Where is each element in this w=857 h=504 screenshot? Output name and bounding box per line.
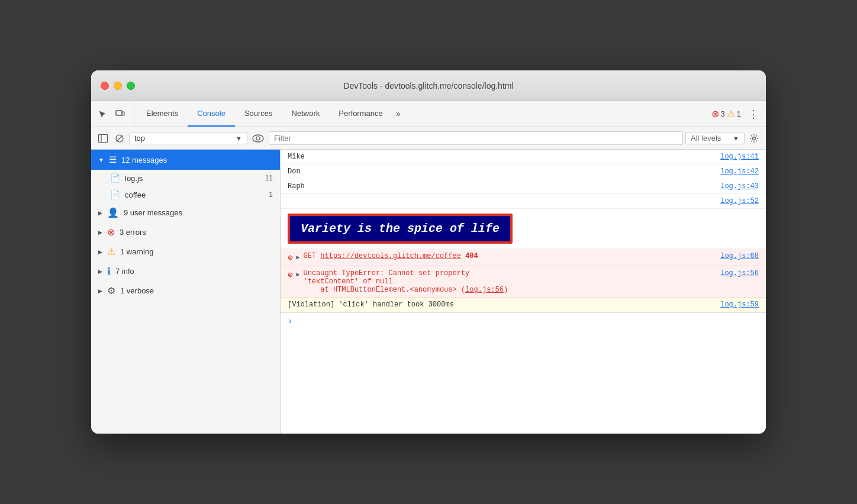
log-link-41[interactable]: log.js:41 (711, 153, 759, 161)
errors-icon: ⊗ (107, 227, 115, 238)
sidebar-group-warnings[interactable]: ▶ ⚠ 1 warning (91, 242, 280, 261)
tab-network[interactable]: Network (282, 101, 330, 127)
file-icon-logjs: 📄 (110, 173, 120, 183)
console-error-row-typeerror: ⊗ ▶ Uncaught TypeError: Cannot set prope… (281, 266, 766, 298)
maximize-button[interactable] (127, 82, 135, 90)
user-icon: 👤 (107, 207, 119, 218)
error-badge: ⊗ 3 ⚠ 1 (711, 108, 741, 119)
log-link-43[interactable]: log.js:43 (711, 182, 759, 190)
svg-point-8 (753, 137, 756, 140)
log-link-59[interactable]: log.js:59 (711, 301, 759, 309)
filter-input[interactable] (269, 131, 683, 145)
sidebar-item-coffee[interactable]: 📄 coffee 1 (91, 186, 280, 203)
list-icon: ☰ (109, 154, 117, 165)
main-content: ▼ ☰ 12 messages 📄 log.js 11 📄 coffee 1 ▶… (91, 150, 766, 434)
levels-dropdown-arrow: ▼ (733, 135, 739, 142)
tab-sources[interactable]: Sources (235, 101, 282, 127)
tab-elements[interactable]: Elements (137, 101, 188, 127)
styled-console-message: Variety is the spice of life (288, 214, 513, 244)
error-circle-icon-2: ⊗ (288, 270, 292, 280)
tab-console[interactable]: Console (188, 101, 235, 127)
window-title: DevTools - devtools.glitch.me/console/lo… (343, 81, 513, 91)
svg-rect-0 (116, 111, 122, 115)
svg-point-7 (256, 137, 260, 140)
error-expand-arrow-1[interactable]: ▶ (296, 254, 299, 261)
cursor-icon[interactable] (96, 108, 109, 121)
log-link-68[interactable]: log.js:68 (711, 252, 759, 260)
console-row-mike: Mike log.js:41 (281, 150, 766, 164)
group-info-arrow: ▶ (98, 269, 102, 274)
error-circle-icon: ⊗ (711, 108, 719, 119)
error-circle-icon-1: ⊗ (288, 253, 292, 263)
console-panel[interactable]: Mike log.js:41 Don log.js:42 Raph log.js… (281, 150, 766, 434)
sidebar-item-logjs[interactable]: 📄 log.js 11 (91, 170, 280, 186)
console-toolbar: top ▼ All levels ▼ (91, 127, 766, 150)
sidebar-group-errors[interactable]: ▶ ⊗ 3 errors (91, 222, 280, 242)
group-verbose-arrow: ▶ (98, 288, 102, 294)
warning-triangle-icon: ⚠ (727, 108, 735, 119)
group-warnings-arrow: ▶ (98, 249, 102, 255)
titlebar: DevTools - devtools.glitch.me/console/lo… (91, 70, 766, 101)
typeerror-text: Uncaught TypeError: Cannot set property … (303, 269, 707, 294)
context-dropdown-arrow: ▼ (236, 135, 242, 142)
group-user-arrow: ▶ (98, 210, 102, 216)
svg-line-5 (117, 135, 123, 141)
live-expressions-icon[interactable] (250, 130, 266, 147)
console-row-empty: log.js:52 (281, 194, 766, 209)
svg-rect-2 (99, 134, 108, 142)
sidebar-header-arrow: ▼ (98, 157, 104, 163)
console-row-raph: Raph log.js:43 (281, 179, 766, 194)
console-row-don: Don log.js:42 (281, 164, 766, 179)
minimize-button[interactable] (114, 82, 122, 90)
log-link-52[interactable]: log.js:52 (711, 197, 759, 205)
device-toggle-icon[interactable] (114, 108, 127, 121)
error-url[interactable]: https://devtools.glitch.me/coffee (320, 252, 461, 260)
network-error-text: GET https://devtools.glitch.me/coffee 40… (303, 252, 707, 260)
close-button[interactable] (101, 82, 109, 90)
console-error-row-network: ⊗ ▶ GET https://devtools.glitch.me/coffe… (281, 249, 766, 266)
traffic-lights (101, 82, 135, 90)
tab-right-area: ⊗ 3 ⚠ 1 ⋮ (711, 101, 761, 127)
log-link-42[interactable]: log.js:42 (711, 167, 759, 176)
log-link-56[interactable]: log.js:56 (711, 269, 759, 277)
context-selector[interactable]: top ▼ (129, 132, 247, 144)
settings-gear-icon[interactable] (747, 131, 761, 146)
sidebar-header[interactable]: ▼ ☰ 12 messages (91, 150, 280, 170)
sidebar-group-verbose[interactable]: ▶ ⚙ 1 verbose (91, 281, 280, 301)
prompt-arrow-icon: › (288, 316, 292, 326)
sidebar-group-info[interactable]: ▶ ℹ 7 info (91, 261, 280, 281)
log-levels-dropdown[interactable]: All levels ▼ (685, 132, 745, 144)
error-source-link[interactable]: log.js:56 (465, 286, 504, 294)
console-prompt-row[interactable]: › (281, 312, 766, 329)
group-errors-arrow: ▶ (98, 230, 102, 235)
console-warning-row: [Violation] 'click' handler took 3000ms … (281, 298, 766, 312)
tab-performance[interactable]: Performance (329, 101, 392, 127)
warnings-icon: ⚠ (107, 246, 115, 257)
sidebar-group-user[interactable]: ▶ 👤 9 user messages (91, 203, 280, 222)
tab-left-icons (96, 101, 134, 127)
devtools-window: DevTools - devtools.glitch.me/console/lo… (91, 70, 766, 434)
svg-rect-1 (123, 112, 125, 115)
file-icon-coffee: 📄 (110, 190, 120, 199)
clear-console-icon[interactable] (112, 131, 127, 146)
verbose-icon: ⚙ (107, 285, 115, 296)
svg-point-6 (253, 135, 263, 142)
console-sidebar: ▼ ☰ 12 messages 📄 log.js 11 📄 coffee 1 ▶… (91, 150, 281, 434)
error-expand-arrow-2[interactable]: ▶ (296, 271, 299, 278)
devtools-tabs: Elements Console Sources Network Perform… (91, 101, 766, 127)
more-tabs-button[interactable]: » (392, 101, 404, 127)
styled-message-row: Variety is the spice of life (281, 209, 766, 249)
sidebar-toggle-icon[interactable] (96, 131, 110, 146)
more-options-button[interactable]: ⋮ (746, 108, 761, 121)
info-icon: ℹ (107, 266, 111, 277)
